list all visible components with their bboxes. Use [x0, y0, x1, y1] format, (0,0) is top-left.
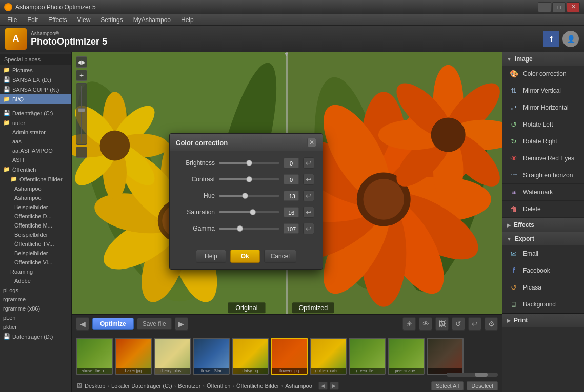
- sidebar-item-oeffentliche-bilder[interactable]: 📁 Öffentliche Bilder: [0, 174, 71, 184]
- facebook-social-button[interactable]: f: [543, 31, 559, 47]
- sidebar-item-oeffentlich[interactable]: 📁 Öffentlich: [0, 164, 71, 174]
- breadcrumb-oeffentlich[interactable]: Öffentlich: [207, 383, 230, 389]
- panel-item-background[interactable]: 🖥 Background: [502, 296, 584, 313]
- panel-item-remove-red-eyes[interactable]: 👁 Remove Red Eyes: [502, 150, 584, 167]
- panel-item-facebook[interactable]: f Facebook: [502, 262, 584, 279]
- tool-eye[interactable]: 👁: [419, 317, 432, 331]
- thumb-8[interactable]: green_fiel...: [349, 338, 386, 375]
- tool-settings2[interactable]: ⚙: [485, 317, 498, 331]
- sidebar-item-sansa-cupp[interactable]: 💾 SANSA CUPP (N:): [0, 85, 71, 94]
- zoom-slider[interactable]: [76, 83, 87, 145]
- prev-button[interactable]: ◀: [76, 317, 89, 331]
- sidebar-item-pktier[interactable]: pktier: [0, 322, 71, 332]
- thumb-4[interactable]: flower_Star: [193, 338, 230, 375]
- sidebar-item-sansa-ex[interactable]: 💾 SANSA EX (D:): [0, 75, 71, 85]
- tool-undo[interactable]: ↩: [468, 317, 481, 331]
- hue-thumb[interactable]: [242, 193, 248, 199]
- thumb-5[interactable]: daisy.jpg: [232, 338, 269, 375]
- menu-view[interactable]: View: [72, 15, 96, 25]
- menu-myashampoo[interactable]: MyAshampoo: [128, 15, 176, 25]
- hue-reset[interactable]: ↩: [303, 190, 314, 201]
- sidebar-item-oe-tv[interactable]: Öffentliche TV...: [0, 239, 71, 249]
- menu-settings[interactable]: Settings: [95, 15, 128, 25]
- thumb-1[interactable]: above_the_r...: [76, 338, 113, 375]
- minimize-button[interactable]: –: [538, 2, 551, 12]
- breadcrumb-drive[interactable]: Lokaler Datenträger (C:): [111, 383, 172, 389]
- sidebar-item-rgramme[interactable]: rgramme: [0, 295, 71, 304]
- panel-item-delete[interactable]: 🗑 Delete: [502, 201, 584, 218]
- maximize-button[interactable]: □: [552, 2, 566, 12]
- sidebar-item-adobe[interactable]: Adobe: [0, 276, 71, 285]
- sidebar-item-beispiel-3[interactable]: Beispielbilder: [0, 249, 71, 258]
- sidebar-item-plen[interactable]: pLen: [0, 313, 71, 322]
- panel-section-export-header[interactable]: ▼ Export: [502, 232, 584, 245]
- panel-item-rotate-left[interactable]: ↺ Rotate Left: [502, 116, 584, 133]
- thumb-10[interactable]: ...: [427, 338, 464, 375]
- sidebar-item-beispiel-2[interactable]: Beispielbilder: [0, 230, 71, 239]
- sidebar-item-rgramme-x86[interactable]: rgramme (x86): [0, 304, 71, 313]
- saturation-reset[interactable]: ↩: [303, 207, 314, 218]
- sidebar-item-oe-d[interactable]: Öffentliche D...: [0, 212, 71, 221]
- sidebar-item-administrator[interactable]: Administrator: [0, 128, 71, 137]
- sidebar-item-pictures[interactable]: 📁 Pictures: [0, 65, 71, 75]
- menu-help[interactable]: Help: [176, 15, 199, 25]
- brightness-thumb[interactable]: [246, 160, 252, 166]
- sidebar-item-uuter[interactable]: 📁 uuter: [0, 118, 71, 128]
- thumbnail-scrollbar-thumb[interactable]: [475, 373, 488, 377]
- breadcrumb-bilder[interactable]: Öffentliche Bilder: [236, 383, 279, 389]
- brightness-reset[interactable]: ↩: [303, 157, 314, 169]
- zoom-navigate-btn[interactable]: ◀▶: [76, 56, 87, 68]
- optimize-button[interactable]: Optimize: [92, 318, 134, 330]
- zoom-slider-thumb[interactable]: [78, 108, 85, 112]
- thumb-2[interactable]: baker.jpg: [115, 338, 152, 375]
- contrast-slider[interactable]: [219, 178, 279, 180]
- sidebar-item-ashampoo[interactable]: aa.ASHAMPOO: [0, 146, 71, 155]
- sidebar-item-ashampoo-3[interactable]: Ashampoo: [0, 193, 71, 202]
- panel-item-color-correction[interactable]: 🎨 Color correction: [502, 66, 584, 82]
- brightness-slider[interactable]: [219, 162, 279, 164]
- tool-brightness[interactable]: ☀: [402, 317, 416, 331]
- menu-effects[interactable]: Effects: [43, 15, 72, 25]
- thumb-7[interactable]: golden_cats...: [310, 338, 347, 375]
- contrast-reset[interactable]: ↩: [303, 174, 314, 185]
- gamma-slider[interactable]: [219, 228, 279, 230]
- sidebar-item-plogs[interactable]: pLogs: [0, 285, 71, 295]
- panel-section-print-header[interactable]: ▶ Print: [502, 314, 584, 327]
- panel-item-rotate-right[interactable]: ↻ Rotate Right: [502, 133, 584, 150]
- color-correction-dialog[interactable]: Color correction ✕ Brightness 0 ↩ Contra…: [169, 133, 323, 270]
- next-button[interactable]: ▶: [175, 317, 188, 331]
- dialog-close-button[interactable]: ✕: [307, 138, 316, 147]
- sidebar-item-oe-vl[interactable]: Öffentliche Vl...: [0, 258, 71, 267]
- panel-item-mirror-horizontal[interactable]: ⇄ Mirror Horizontal: [502, 99, 584, 116]
- sidebar-item-ash[interactable]: ASH: [0, 155, 71, 164]
- sidebar-item-biq[interactable]: 📁 BI/Q: [0, 94, 71, 104]
- breadcrumb-back[interactable]: ◀: [318, 382, 328, 390]
- sidebar-item-aas[interactable]: aas: [0, 137, 71, 146]
- dialog-title-bar[interactable]: Color correction ✕: [170, 134, 323, 151]
- help-button[interactable]: Help: [196, 250, 226, 263]
- gamma-reset[interactable]: ↩: [303, 223, 314, 234]
- panel-section-effects-header[interactable]: ▶ Effects: [502, 218, 584, 232]
- panel-item-email[interactable]: ✉ Email: [502, 245, 584, 262]
- menu-edit[interactable]: Edit: [22, 15, 43, 25]
- saturation-thumb[interactable]: [250, 209, 256, 215]
- hue-slider[interactable]: [219, 195, 279, 197]
- select-all-button[interactable]: Select All: [431, 381, 464, 390]
- breadcrumb-desktop[interactable]: Desktop: [85, 383, 105, 389]
- saturation-slider[interactable]: [219, 211, 279, 213]
- gamma-thumb[interactable]: [237, 225, 243, 232]
- thumb-3[interactable]: cherry_blos...: [154, 338, 191, 375]
- zoom-in-btn[interactable]: +: [76, 70, 87, 81]
- contrast-thumb[interactable]: [246, 176, 252, 182]
- menu-file[interactable]: File: [2, 15, 22, 25]
- deselect-button[interactable]: Deselect: [467, 381, 498, 390]
- breadcrumb-forward[interactable]: ▶: [330, 382, 339, 390]
- profile-button[interactable]: 👤: [562, 31, 579, 47]
- sidebar-item-drive-d[interactable]: 💾 Datenträger (D:): [0, 332, 71, 341]
- sidebar-item-drive-c[interactable]: 💾 Datenträger (C:): [0, 108, 71, 118]
- panel-item-mirror-vertical[interactable]: ⇅ Mirror Vertical: [502, 82, 584, 99]
- panel-item-straighten-horizon[interactable]: 〰 Straighten horizon: [502, 167, 584, 184]
- save-file-button[interactable]: Save file: [137, 318, 172, 330]
- sidebar-item-roaming[interactable]: Roaming: [0, 267, 71, 276]
- breadcrumb-benutzer[interactable]: Benutzer: [178, 383, 200, 389]
